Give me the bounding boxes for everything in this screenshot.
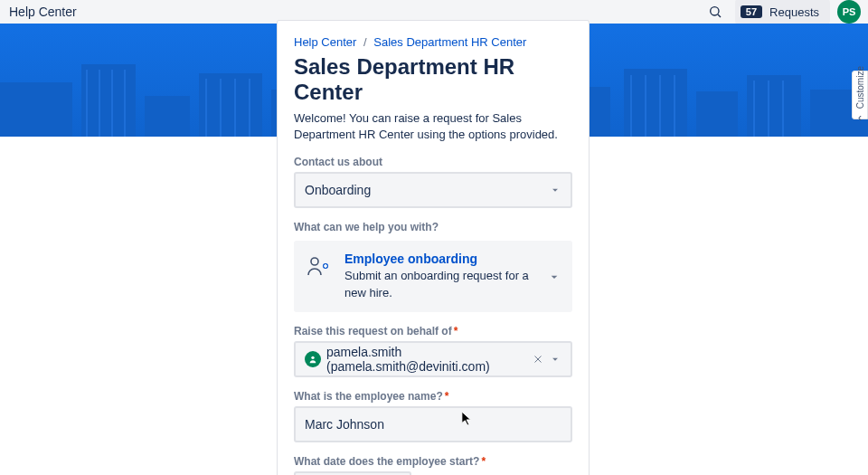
- chevron-down-icon[interactable]: [547, 270, 561, 284]
- onboarding-card: Employee onboarding Submit an onboarding…: [294, 241, 572, 311]
- page-title: Sales Department HR Center: [294, 54, 572, 105]
- requests-pill[interactable]: 57 Requests: [735, 0, 830, 24]
- svg-rect-9: [696, 91, 738, 137]
- breadcrumb-help-center[interactable]: Help Center: [294, 35, 356, 49]
- onboarding-card-title[interactable]: Employee onboarding: [344, 252, 536, 266]
- behalf-value: pamela.smith (pamela.smith@deviniti.com): [326, 345, 533, 374]
- avatar[interactable]: PS: [837, 0, 861, 24]
- startdate-input[interactable]: [294, 471, 411, 475]
- svg-rect-3: [81, 64, 136, 137]
- empname-input-wrap: [294, 406, 572, 442]
- onboarding-card-sub: Submit an onboarding request for a new h…: [344, 268, 536, 300]
- chevron-left-icon: ‹: [858, 111, 862, 124]
- requests-badge: 57: [741, 5, 762, 18]
- search-icon[interactable]: [703, 0, 728, 24]
- svg-point-27: [311, 258, 318, 265]
- breadcrumb-dept[interactable]: Sales Department HR Center: [373, 35, 526, 49]
- chevron-down-icon: [549, 184, 561, 196]
- behalf-select[interactable]: pamela.smith (pamela.smith@deviniti.com): [294, 341, 572, 377]
- contact-label: Contact us about: [294, 156, 572, 168]
- startdate-input-wrap: ×: [294, 471, 411, 475]
- clear-icon[interactable]: [533, 354, 543, 365]
- breadcrumb: Help Center / Sales Department HR Center: [294, 35, 572, 49]
- topbar-title[interactable]: Help Center: [9, 5, 77, 19]
- svg-rect-4: [145, 96, 190, 137]
- required-star: *: [454, 325, 458, 337]
- welcome-text: Welcome! You can raise a request for Sal…: [294, 110, 572, 143]
- requests-label: Requests: [769, 5, 819, 19]
- startdate-label: What date does the employee start?*: [294, 455, 572, 468]
- svg-point-29: [311, 356, 314, 358]
- breadcrumb-sep: /: [363, 35, 367, 49]
- svg-rect-10: [747, 75, 801, 137]
- contact-select[interactable]: Onboarding: [294, 172, 572, 208]
- svg-point-0: [710, 7, 718, 15]
- svg-rect-8: [624, 69, 687, 137]
- behalf-chip: pamela.smith (pamela.smith@deviniti.com): [305, 345, 533, 374]
- svg-rect-5: [199, 73, 262, 137]
- empname-input[interactable]: [305, 417, 561, 432]
- onboarding-icon: [305, 252, 334, 280]
- request-panel: Help Center / Sales Department HR Center…: [277, 20, 590, 475]
- svg-line-1: [718, 14, 721, 17]
- user-icon: [305, 351, 321, 367]
- required-star: *: [481, 455, 486, 468]
- svg-rect-2: [0, 82, 72, 137]
- behalf-label: Raise this request on behalf of*: [294, 325, 572, 337]
- customize-rail[interactable]: Customize ‹: [852, 71, 868, 119]
- chevron-down-icon: [549, 353, 561, 366]
- customize-label: Customize: [855, 66, 865, 109]
- required-star: *: [445, 390, 449, 403]
- helpwith-label: What can we help you with?: [294, 221, 572, 233]
- contact-value: Onboarding: [305, 183, 549, 197]
- empname-label: What is the employee name?*: [294, 390, 572, 403]
